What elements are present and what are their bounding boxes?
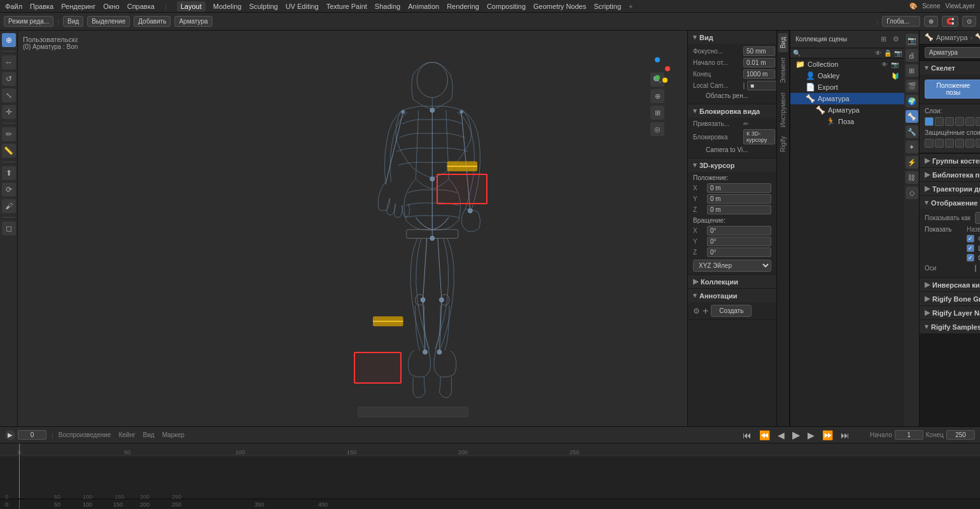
layer-dot-3[interactable] — [955, 117, 964, 126]
paint-tool[interactable]: 🖌 — [2, 199, 16, 213]
menu-item-edit[interactable]: Правка — [30, 3, 53, 10]
cursor-gizmo-icon[interactable]: ⊕ — [650, 89, 664, 103]
proportional-btn[interactable]: ⊙ — [962, 16, 976, 27]
menu-item-render[interactable]: Рендеринг — [61, 3, 95, 10]
misc-tool[interactable]: ◻ — [2, 221, 16, 235]
prev-frame-btn[interactable]: ⏪ — [757, 429, 773, 442]
annotations-gear-icon[interactable]: ⚙ — [693, 307, 700, 316]
play-btn[interactable]: ▶ — [790, 428, 802, 442]
prot-dot-0[interactable] — [925, 139, 934, 148]
tab-shading[interactable]: Shading — [375, 3, 400, 10]
rigify-samples-header[interactable]: ▾ Rigify Samples — [920, 320, 980, 333]
viewlayer-label[interactable]: ViewLayer — [945, 3, 975, 10]
armature-name-input[interactable]: Арматура — [925, 47, 980, 58]
tab-add[interactable]: + — [629, 3, 633, 10]
shading-icon[interactable]: ◎ — [650, 122, 664, 136]
cursor-ry[interactable]: 0° — [707, 237, 771, 246]
end-frame-input[interactable]: 250 — [946, 430, 975, 440]
tab-animation[interactable]: Animation — [408, 3, 439, 10]
annotations-add-button[interactable]: + — [703, 305, 708, 317]
frame-counter-icon[interactable]: ▶ — [5, 430, 15, 440]
layer-dot-0[interactable] — [925, 117, 934, 126]
layer-dot-1[interactable] — [935, 117, 944, 126]
lock-view-header[interactable]: ▾ Блокировка вида — [688, 104, 776, 118]
tab-uv-editing[interactable]: UV Editing — [286, 3, 319, 10]
show-as-select[interactable]: В-кость — [975, 212, 980, 224]
playback-label[interactable]: Воспроизведение — [59, 431, 111, 438]
group-colors-checkbox[interactable] — [967, 244, 974, 252]
menu-item-window[interactable]: Окно — [103, 3, 120, 10]
eye-icon-header[interactable]: 👁 — [875, 50, 881, 57]
snap-btn[interactable]: 🧲 — [942, 16, 958, 27]
scene-label[interactable]: Scene — [922, 3, 940, 10]
engine-selector[interactable]: 🎨 — [909, 3, 917, 10]
current-frame-input[interactable]: 0 — [18, 430, 46, 440]
view-label[interactable]: Вид — [143, 431, 155, 438]
props-tab-physics[interactable]: ⚡ — [906, 156, 918, 169]
rigify-bone-groups-header[interactable]: ▶ Rigify Bone Groups — [920, 292, 980, 305]
cursor-x[interactable]: 0 m — [707, 183, 771, 193]
clip-start-value[interactable]: 0.01 m — [743, 58, 775, 67]
jump-start-btn[interactable]: ⏮ — [740, 429, 754, 442]
tab-texture-paint[interactable]: Texture Paint — [326, 3, 367, 10]
tree-item-armature-child[interactable]: 🦴 Арматура — [790, 104, 904, 116]
scale-tool[interactable]: ⤡ — [2, 88, 16, 102]
euler-select[interactable]: XYZ Эйлер — [693, 260, 771, 272]
view-section-header[interactable]: ▾ Вид — [688, 31, 776, 44]
extrude-tool[interactable]: ⬆ — [2, 166, 16, 180]
scene-filter-icon[interactable]: ⊞ — [881, 35, 886, 43]
cursor-section-header[interactable]: ▾ 3D-курсор — [688, 158, 776, 172]
transform-tool[interactable]: ✛ — [2, 105, 16, 119]
tab-rendering[interactable]: Rendering — [447, 3, 479, 10]
tree-item-armature-root[interactable]: 🦴 Арматура — [790, 93, 904, 104]
viewport-3d[interactable]: Пользовательская перспектива (0) Арматур… — [18, 31, 687, 426]
annotations-create-button[interactable]: Создать — [711, 305, 752, 317]
render-icon-header[interactable]: 📷 — [894, 50, 902, 57]
props-tab-modifier[interactable]: 🔧 — [906, 125, 918, 138]
axes-checkbox[interactable] — [975, 265, 976, 272]
jump-end-btn[interactable]: ⏭ — [838, 429, 852, 442]
grid-icon[interactable]: ⊞ — [650, 106, 664, 120]
front-checkbox[interactable] — [967, 254, 974, 261]
armature-menu[interactable]: Арматура — [174, 16, 212, 27]
layer-dot-5[interactable] — [976, 117, 980, 126]
prot-dot-2[interactable] — [945, 139, 954, 148]
ik-header[interactable]: ▶ Инверсная кинематика — [920, 278, 980, 291]
props-tab-view[interactable]: ⊞ — [906, 64, 918, 77]
layer-dot-4[interactable] — [965, 117, 974, 126]
roll-tool[interactable]: ⟳ — [2, 183, 16, 197]
cursor-y[interactable]: 0 m — [707, 194, 771, 204]
search-filter-icon[interactable]: 🔍 — [793, 50, 801, 57]
props-tab-particles[interactable]: ✦ — [906, 141, 918, 153]
tree-item-export[interactable]: 📄 Export — [790, 81, 904, 93]
prot-dot-4[interactable] — [965, 139, 974, 148]
pose-lib-header[interactable]: ▶ Библиотека поз — [920, 168, 980, 181]
scene-settings-icon[interactable]: ⚙ — [893, 35, 899, 43]
props-tab-object[interactable]: 🦴 — [906, 110, 918, 123]
tree-item-collection[interactable]: 📁 Collection 👁 📷 — [790, 59, 904, 70]
props-tab-world[interactable]: 🌍 — [906, 95, 918, 108]
shapes-checkbox[interactable] — [967, 235, 974, 242]
start-frame-input[interactable]: 1 — [895, 430, 923, 440]
motion-paths-header[interactable]: ▶ Траектории движения — [920, 182, 980, 195]
lock-value[interactable]: К 3D-курсору — [743, 129, 775, 144]
prot-dot-1[interactable] — [935, 139, 944, 148]
menu-item-help[interactable]: Справка — [127, 3, 155, 10]
global-dropdown[interactable]: Глоба... — [882, 16, 920, 27]
next-frame-btn[interactable]: ⏩ — [820, 429, 836, 442]
cursor-rz[interactable]: 0° — [707, 248, 771, 257]
add-menu[interactable]: Добавить — [134, 16, 171, 27]
rotate-tool[interactable]: ↺ — [2, 72, 16, 86]
view-menu[interactable]: Вид — [63, 16, 83, 27]
prot-dot-5[interactable] — [976, 139, 980, 148]
sidebar-tab-view[interactable]: Вид — [778, 33, 788, 52]
timeline-track[interactable]: 0 50 100 150 200 250 — [0, 456, 980, 499]
move-tool[interactable]: ↔ — [2, 55, 16, 69]
props-tab-output[interactable]: 🖨 — [906, 49, 918, 62]
prot-dot-3[interactable] — [955, 139, 964, 148]
cursor-rx[interactable]: 0° — [707, 226, 771, 235]
focal-value[interactable]: 50 mm — [743, 46, 775, 56]
sidebar-tab-tool[interactable]: Инструмент — [778, 88, 788, 131]
tab-sculpting[interactable]: Sculpting — [249, 3, 277, 10]
props-tab-data[interactable]: ◇ — [906, 186, 918, 199]
